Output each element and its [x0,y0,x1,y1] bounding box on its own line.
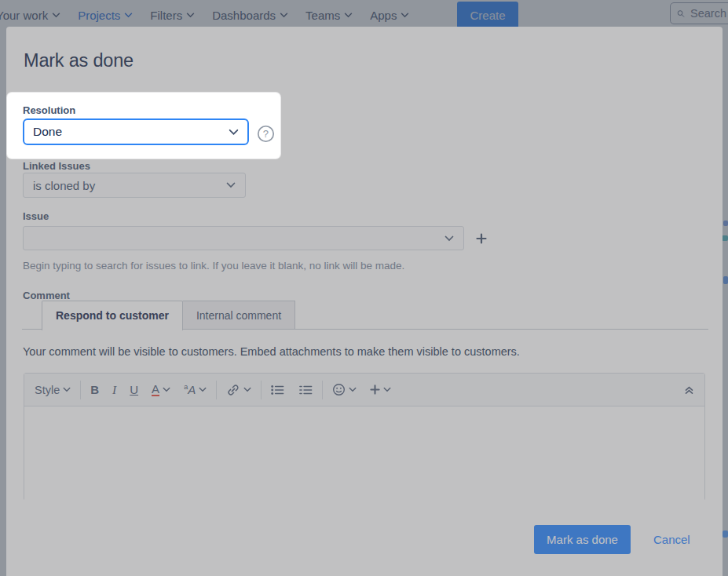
resolution-value: Done [33,125,229,139]
resolution-spotlight: Resolution Done ? [7,93,280,159]
spotlight-dim-overlay [0,0,728,576]
resolution-select[interactable]: Done [23,118,249,145]
screen: Your work Projects Filters Dashboards Te… [0,0,728,576]
help-icon[interactable]: ? [257,125,275,143]
resolution-label: Resolution [23,104,75,116]
chevron-down-icon [229,129,239,136]
svg-text:?: ? [263,128,269,140]
